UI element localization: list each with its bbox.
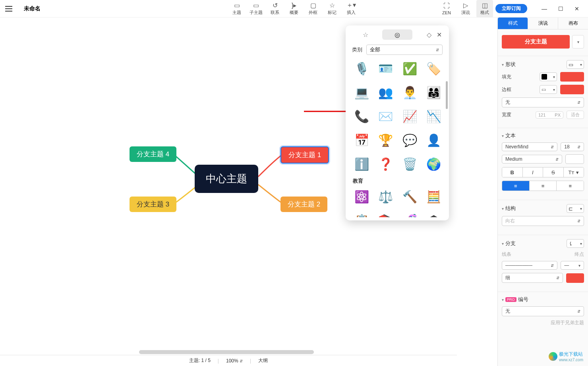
sticker-scrollbar[interactable]	[446, 81, 448, 109]
section-numbering: ▾ PRO 编号 无⇵ 应用于兄弟主题	[498, 292, 588, 335]
tool-format[interactable]: ◫格式	[476, 0, 493, 18]
italic-button[interactable]: I	[522, 167, 543, 177]
scale-icon[interactable]: ⚖️	[376, 187, 395, 206]
calendar-icon[interactable]: 📅	[352, 130, 371, 150]
central-topic[interactable]: 中心主题	[195, 165, 258, 193]
tool-insert[interactable]: ＋▾插入	[343, 0, 360, 18]
bold-button[interactable]: B	[502, 167, 522, 177]
blackboard-icon[interactable]: 📋	[352, 211, 371, 217]
maximize-button[interactable]: ☐	[558, 6, 563, 12]
line-style-select[interactable]: ────────⇵	[502, 261, 557, 270]
ranking-icon[interactable]: 🏆	[376, 130, 395, 150]
section-branch-title[interactable]: ▾分支 ⤹▾	[502, 239, 584, 248]
section-structure-title[interactable]: ▾结构 ⊏▾	[502, 204, 584, 213]
structure-picker[interactable]: ⊏▾	[567, 204, 584, 213]
section-text-title[interactable]: ▾文本	[502, 132, 584, 139]
video-meeting-icon[interactable]: 💻	[352, 83, 371, 102]
sticker-tab-stickers[interactable]: ◎	[382, 29, 412, 40]
category-select[interactable]: 全部⇵	[366, 45, 443, 55]
tool-relationship[interactable]: ↺联系	[267, 0, 283, 18]
abacus-icon[interactable]: 🧮	[424, 187, 443, 206]
user-circle-icon[interactable]: 👤	[424, 130, 443, 150]
line-color-button[interactable]	[566, 273, 584, 283]
tab-canvas[interactable]: 画布	[558, 18, 588, 29]
email-icon[interactable]: ✉️	[376, 107, 395, 126]
border-style-select[interactable]: 无⇵	[502, 97, 584, 107]
dna-icon[interactable]: 🧬	[400, 211, 419, 217]
fill-pattern-picker[interactable]: ▾	[540, 72, 557, 81]
minimize-button[interactable]: —	[542, 6, 547, 12]
trash-icon[interactable]: 🗑️	[400, 154, 419, 173]
id-badge-icon[interactable]: 🪪	[376, 59, 395, 78]
atom-icon[interactable]: ⚛️	[352, 187, 371, 206]
fit-button[interactable]: 适合	[567, 111, 584, 119]
branch-shape-picker[interactable]: ⤹▾	[567, 239, 584, 248]
width-input[interactable]: 121PX	[536, 111, 563, 119]
team-chat-icon[interactable]: 👥	[376, 83, 395, 102]
outline-button[interactable]: 大纲	[258, 357, 268, 364]
graduation-cap-icon[interactable]: 🎓	[424, 211, 443, 217]
section-shape-title[interactable]: ▾形状 ▭▾	[502, 60, 584, 69]
section-text: ▾文本 NeverMind⇵ 18⇵ Medium⇵ B I S Tᴛ ▾ ≡ …	[498, 128, 588, 200]
align-right-button[interactable]: ≡	[556, 181, 584, 191]
microphone-icon[interactable]: 🎙️	[352, 59, 371, 78]
globe-icon[interactable]: 🌍	[424, 154, 443, 173]
topic-type-dropdown[interactable]: ▾	[572, 35, 584, 49]
window-controls: — ☐ ✕	[530, 6, 585, 12]
tool-zen[interactable]: ⛶ZEN	[438, 0, 455, 18]
menu-button[interactable]	[3, 3, 14, 14]
tool-summary[interactable]: ]▸概要	[286, 0, 302, 18]
stamp-icon[interactable]: 🏷️	[424, 59, 443, 78]
textcase-button[interactable]: Tᴛ ▾	[563, 167, 584, 177]
sticker-close-button[interactable]: ✕	[435, 30, 443, 39]
gavel-icon[interactable]: 🔨	[400, 187, 419, 206]
group-icon[interactable]: 👨‍👩‍👧	[424, 83, 443, 102]
help-icon[interactable]: ❓	[376, 154, 395, 173]
sticker-tab-favorites[interactable]: ☆	[350, 29, 381, 40]
annotation-arrow	[304, 107, 352, 115]
subscribe-button[interactable]: 立即订阅	[495, 4, 527, 13]
font-size-select[interactable]: 18⇵	[561, 142, 584, 151]
qa-icon[interactable]: 💬	[400, 130, 419, 150]
branch-topic-2[interactable]: 分支主题 2	[280, 197, 327, 212]
section-numbering-title[interactable]: ▾ PRO 编号	[502, 296, 584, 303]
fill-label: 填充	[502, 74, 513, 80]
border-color-button[interactable]	[560, 85, 584, 94]
topic-type-button[interactable]: 分支主题	[502, 35, 570, 49]
chart-up-icon[interactable]: 📈	[400, 107, 419, 126]
numbering-select[interactable]: 无⇵	[502, 306, 584, 316]
branch-topic-3[interactable]: 分支主题 3	[130, 197, 176, 212]
books-icon[interactable]: 📚	[376, 211, 395, 217]
chart-down-icon[interactable]: 📉	[424, 107, 443, 126]
structure-direction-select[interactable]: 向右⇵	[502, 216, 584, 226]
border-line-picker[interactable]: ▭▾	[540, 85, 557, 94]
fill-color-button[interactable]	[560, 72, 584, 82]
align-left-button[interactable]: ≡	[502, 181, 529, 191]
tool-subtopic[interactable]: ▭子主题	[248, 0, 264, 18]
branch-topic-1[interactable]: 分支主题 1	[280, 146, 329, 164]
tab-style[interactable]: 样式	[498, 18, 528, 29]
tab-presentation[interactable]: 演说	[528, 18, 558, 29]
support-agent-icon[interactable]: 👨‍💼	[400, 83, 419, 102]
font-color-button[interactable]	[565, 154, 584, 164]
phone-call-icon[interactable]: 📞	[352, 107, 371, 126]
zoom-level[interactable]: 100% ⇵	[226, 358, 243, 364]
branch-topic-4[interactable]: 分支主题 4	[130, 146, 176, 162]
sticker-grid[interactable]: 🎙️🪪✅🏷️💻👥👨‍💼👨‍👩‍👧📞✉️📈📉📅🏆💬👤ℹ️❓🗑️🌍 教育 ⚛️⚖️🔨…	[349, 57, 446, 217]
align-center-button[interactable]: ≡	[529, 181, 557, 191]
verified-icon[interactable]: ✅	[400, 59, 419, 78]
tool-boundary[interactable]: ▢外框	[305, 0, 321, 18]
strike-button[interactable]: S	[543, 167, 563, 177]
line-thickness-select[interactable]: 细⇵	[502, 273, 563, 283]
tool-presentation[interactable]: ▷演说	[457, 0, 474, 18]
font-weight-select[interactable]: Medium⇵	[502, 155, 562, 164]
tool-topic[interactable]: ▭主题	[228, 0, 245, 18]
info-icon[interactable]: ℹ️	[352, 154, 371, 173]
border-label: 边框	[502, 86, 513, 93]
canvas-horizontal-scrollbar[interactable]	[0, 349, 457, 355]
close-button[interactable]: ✕	[574, 6, 579, 12]
font-family-select[interactable]: NeverMind⇵	[502, 142, 557, 151]
tool-marker[interactable]: ☆标记	[324, 0, 340, 18]
shape-picker[interactable]: ▭▾	[567, 60, 584, 69]
line-end-select[interactable]: —▾	[561, 261, 584, 270]
